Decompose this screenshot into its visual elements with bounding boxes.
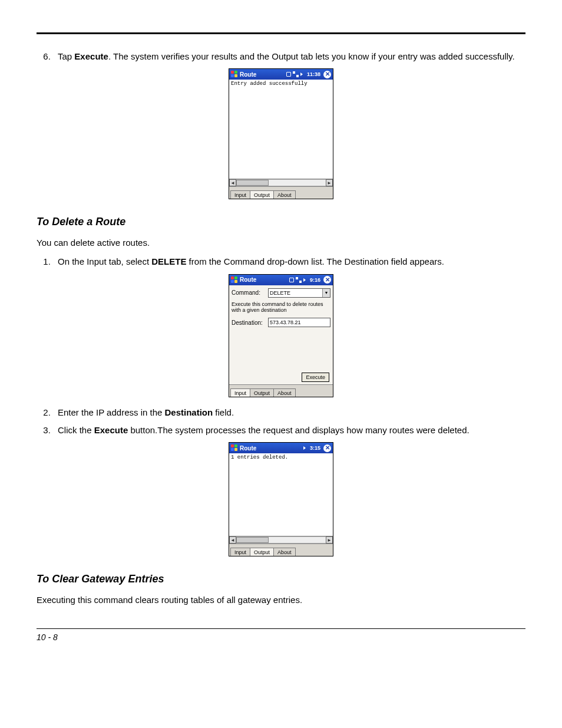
volume-icon xyxy=(303,277,309,283)
titlebar-status: 11:38 xyxy=(286,71,320,77)
execute-row: Execute xyxy=(232,373,330,382)
chevron-down-icon[interactable]: ▼ xyxy=(322,289,330,297)
command-row: Command: DELETE ▼ xyxy=(232,288,330,298)
delete-step-2: Enter the IP address in the Destination … xyxy=(53,407,525,419)
scroll-track[interactable] xyxy=(236,179,326,186)
windows-flag-icon xyxy=(231,71,238,78)
tab-output[interactable]: Output xyxy=(250,548,274,556)
tab-output[interactable]: Output xyxy=(250,388,274,397)
delete-intro: You can delete active routes. xyxy=(37,236,525,249)
scroll-track[interactable] xyxy=(236,536,326,543)
device-mock-3: Route 3:15 ✕ 1 entries deleted. ◄ ► Inpu… xyxy=(229,442,333,556)
clock-text: 3:15 xyxy=(310,445,320,451)
h-scrollbar[interactable]: ◄ ► xyxy=(229,536,333,543)
command-label: Command: xyxy=(232,289,266,296)
bold: DELETE xyxy=(151,256,186,266)
network-icon xyxy=(293,71,299,77)
scroll-thumb[interactable] xyxy=(236,180,269,186)
delete-step-3: Click the Execute button.The system proc… xyxy=(53,424,525,436)
device-mock-2: Route 9:16 ✕ Command: DELETE ▼ Execute t… xyxy=(229,274,333,397)
delete-steps-list: On the Input tab, select DELETE from the… xyxy=(37,256,525,268)
page-number: 10 - 8 xyxy=(37,633,58,642)
destination-input[interactable]: 573.43.78.21 xyxy=(268,318,330,327)
tab-about[interactable]: About xyxy=(273,190,296,199)
tab-input[interactable]: Input xyxy=(230,190,250,199)
titlebar: Route 3:15 ✕ xyxy=(229,443,333,453)
heading-clear-gateway: To Clear Gateway Entries xyxy=(37,573,525,585)
tabbar: Input Output About xyxy=(229,384,333,397)
window-title: Route xyxy=(240,71,284,78)
windows-flag-icon xyxy=(231,444,238,452)
execute-button[interactable]: Execute xyxy=(302,373,329,382)
titlebar: Route 9:16 ✕ xyxy=(229,275,333,285)
scroll-left-icon[interactable]: ◄ xyxy=(229,179,236,186)
step-6: Tap Execute. The system verifies your re… xyxy=(53,51,525,62)
clear-intro: Executing this command clears routing ta… xyxy=(37,594,525,606)
tabbar: Input Output About xyxy=(229,186,333,199)
tabbar: Input Output About xyxy=(229,543,333,556)
titlebar-status: 3:15 xyxy=(303,445,320,451)
destination-row: Destination: 573.43.78.21 xyxy=(232,318,330,327)
text: Click the xyxy=(58,425,94,435)
heading-delete-route: To Delete a Route xyxy=(37,216,525,228)
close-icon[interactable]: ✕ xyxy=(323,71,331,78)
text: button.The system processes the request … xyxy=(128,425,469,435)
text: field. xyxy=(213,407,234,417)
destination-value: 573.43.78.21 xyxy=(270,319,301,325)
input-form: Command: DELETE ▼ Execute this command t… xyxy=(229,285,333,384)
titlebar-status: 9:16 xyxy=(289,277,320,283)
output-area: 1 entries deleted. xyxy=(229,453,333,536)
bold: Destination xyxy=(165,407,213,417)
step-text-prefix: Tap xyxy=(58,51,74,61)
text: On the Input tab, select xyxy=(58,256,151,266)
keyboard-icon xyxy=(289,277,295,283)
tab-about[interactable]: About xyxy=(273,548,296,556)
window-title: Route xyxy=(240,445,301,452)
close-icon[interactable]: ✕ xyxy=(323,444,331,452)
command-description: Execute this command to delete routes wi… xyxy=(232,301,330,314)
destination-label: Destination: xyxy=(232,319,266,326)
step-text-bold: Execute xyxy=(74,51,108,61)
command-value: DELETE xyxy=(269,290,322,296)
text: Enter the IP address in the xyxy=(58,407,165,417)
volume-icon xyxy=(300,71,306,77)
h-scrollbar[interactable]: ◄ ► xyxy=(229,179,333,186)
tab-input[interactable]: Input xyxy=(230,548,250,556)
close-icon[interactable]: ✕ xyxy=(323,276,331,284)
windows-flag-icon xyxy=(231,276,238,284)
output-text: 1 entries deleted. xyxy=(231,454,288,460)
scroll-left-icon[interactable]: ◄ xyxy=(229,536,236,543)
titlebar: Route 11:38 ✕ xyxy=(229,69,333,80)
scroll-right-icon[interactable]: ► xyxy=(326,536,333,543)
step-text-suffix: . The system verifies your results and t… xyxy=(108,51,515,61)
keyboard-icon xyxy=(286,71,292,77)
delete-steps-list-cont: Enter the IP address in the Destination … xyxy=(37,407,525,437)
screenshot-1-wrap: Route 11:38 ✕ Entry added successfully ◄… xyxy=(37,68,525,199)
tab-input[interactable]: Input xyxy=(230,388,250,397)
device-mock-1: Route 11:38 ✕ Entry added successfully ◄… xyxy=(229,68,333,199)
header-rule xyxy=(37,32,525,34)
output-area: Entry added successfully xyxy=(229,80,333,179)
bold: Execute xyxy=(94,425,128,435)
clock-text: 9:16 xyxy=(310,277,320,283)
delete-step-1: On the Input tab, select DELETE from the… xyxy=(53,256,525,268)
clock-text: 11:38 xyxy=(307,71,320,77)
text: from the Command drop-down list. The Des… xyxy=(186,256,444,266)
tab-output[interactable]: Output xyxy=(250,190,274,199)
screenshot-2-wrap: Route 9:16 ✕ Command: DELETE ▼ Execute t… xyxy=(37,274,525,397)
window-title: Route xyxy=(240,276,287,283)
network-icon xyxy=(296,277,302,283)
command-dropdown[interactable]: DELETE ▼ xyxy=(268,288,330,298)
ordered-list-continued: Tap Execute. The system verifies your re… xyxy=(37,51,525,62)
scroll-thumb[interactable] xyxy=(236,537,269,543)
scroll-right-icon[interactable]: ► xyxy=(326,179,333,186)
output-text: Entry added successfully xyxy=(231,81,308,87)
tab-about[interactable]: About xyxy=(273,388,296,397)
page-footer: 10 - 8 xyxy=(37,628,525,642)
volume-icon xyxy=(303,445,309,451)
screenshot-3-wrap: Route 3:15 ✕ 1 entries deleted. ◄ ► Inpu… xyxy=(37,442,525,556)
